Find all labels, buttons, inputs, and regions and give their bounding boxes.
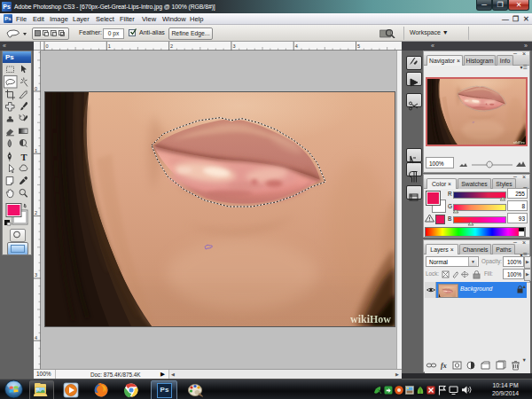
svg-text:3: 3 <box>232 43 235 49</box>
svg-text:2: 2 <box>35 210 37 215</box>
svg-text:1: 1 <box>35 148 37 153</box>
svg-text:3: 3 <box>35 272 37 278</box>
svg-text:4: 4 <box>35 335 37 340</box>
svg-text:2: 2 <box>170 43 173 49</box>
svg-text:0: 0 <box>35 86 37 91</box>
svg-text:fx: fx <box>441 362 447 370</box>
svg-text:1: 1 <box>108 43 111 49</box>
svg-text:0: 0 <box>46 43 49 49</box>
svg-text:4: 4 <box>295 43 298 49</box>
svg-text:T: T <box>21 153 27 162</box>
svg-text:5: 5 <box>357 43 360 49</box>
